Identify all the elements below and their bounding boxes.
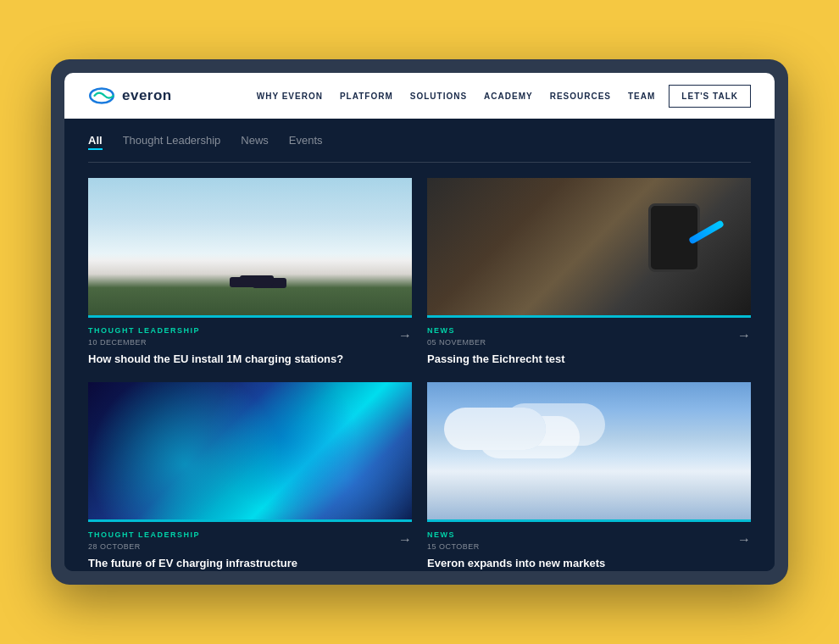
card-title-2: Passing the Eichrecht test	[427, 352, 703, 367]
card-arrow-1: →	[398, 328, 412, 343]
everon-logo-icon	[88, 86, 115, 106]
card-date-4: 15 OCTOBER	[427, 542, 751, 551]
nav-links: WHY EVERON PLATFORM SOLUTIONS ACADEMY RE…	[257, 92, 656, 101]
nav-link-team[interactable]: TEAM	[628, 92, 655, 101]
nav-link-solutions[interactable]: SOLUTIONS	[410, 92, 467, 101]
card-news-1[interactable]: NEWS 05 NOVEMBER Passing the Eichrecht t…	[427, 178, 751, 367]
card-date-1: 10 DECEMBER	[88, 338, 412, 347]
cards-grid: THOUGHT LEADERSHIP 10 DECEMBER How shoul…	[88, 178, 751, 571]
nav-link-academy[interactable]: ACADEMY	[484, 92, 533, 101]
card-image-4	[427, 382, 751, 522]
card-title-3: The future of EV charging infrastructure	[88, 556, 364, 571]
filter-tabs: All Thought Leadership News Events	[88, 119, 751, 163]
card-category-3: THOUGHT LEADERSHIP	[88, 530, 412, 539]
card-title-4: Everon expands into new markets	[427, 556, 703, 571]
device-frame: everon WHY EVERON PLATFORM SOLUTIONS ACA…	[51, 59, 788, 585]
card-date-2: 05 NOVEMBER	[427, 338, 751, 347]
navbar: everon WHY EVERON PLATFORM SOLUTIONS ACA…	[64, 73, 775, 119]
tab-events[interactable]: Events	[289, 134, 323, 150]
tab-news[interactable]: News	[241, 134, 269, 150]
card-body-2: NEWS 05 NOVEMBER Passing the Eichrecht t…	[427, 318, 751, 367]
nav-link-resources[interactable]: RESOURCES	[550, 92, 611, 101]
card-image-1	[88, 178, 412, 318]
card-category-4: NEWS	[427, 530, 751, 539]
content-area: All Thought Leadership News Events THOUG…	[64, 119, 775, 571]
card-body-3: THOUGHT LEADERSHIP 28 OCTOBER The future…	[88, 522, 412, 571]
card-image-3	[88, 382, 412, 522]
card-thought-leadership-1[interactable]: THOUGHT LEADERSHIP 10 DECEMBER How shoul…	[88, 178, 412, 367]
tab-thought-leadership[interactable]: Thought Leadership	[123, 134, 221, 150]
logo-area[interactable]: everon	[88, 86, 172, 106]
screen: everon WHY EVERON PLATFORM SOLUTIONS ACA…	[64, 73, 775, 571]
card-arrow-2: →	[737, 328, 751, 343]
card-body-1: THOUGHT LEADERSHIP 10 DECEMBER How shoul…	[88, 318, 412, 367]
card-arrow-4: →	[737, 532, 751, 547]
logo-text: everon	[122, 87, 172, 104]
card-category-1: THOUGHT LEADERSHIP	[88, 326, 412, 335]
card-news-2[interactable]: NEWS 15 OCTOBER Everon expands into new …	[427, 382, 751, 571]
nav-link-why-everon[interactable]: WHY EVERON	[257, 92, 323, 101]
card-date-3: 28 OCTOBER	[88, 542, 412, 551]
card-thought-leadership-2[interactable]: THOUGHT LEADERSHIP 28 OCTOBER The future…	[88, 382, 412, 571]
card-body-4: NEWS 15 OCTOBER Everon expands into new …	[427, 522, 751, 571]
card-title-1: How should the EU install 1M charging st…	[88, 352, 364, 367]
card-image-2	[427, 178, 751, 318]
lets-talk-button[interactable]: LET'S TALK	[669, 85, 751, 108]
tab-all[interactable]: All	[88, 134, 103, 150]
card-category-2: NEWS	[427, 326, 751, 335]
card-arrow-3: →	[398, 532, 412, 547]
nav-link-platform[interactable]: PLATFORM	[340, 92, 393, 101]
